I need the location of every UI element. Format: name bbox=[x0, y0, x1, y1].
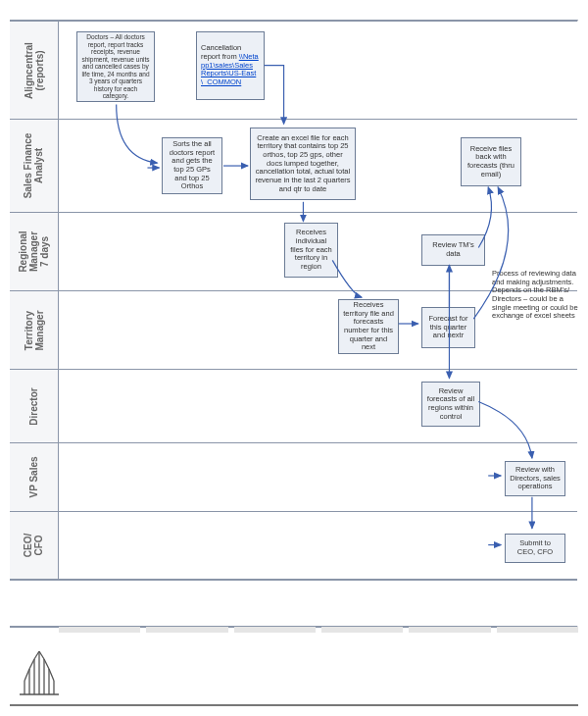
box-review-tm: Review TM's data bbox=[421, 234, 485, 266]
box-receives-region: Receives individual files for each terri… bbox=[284, 223, 338, 278]
lane-label-aligncentral: Aligncentral(reports) bbox=[24, 42, 45, 99]
lane-header-territory-manager: TerritoryManager bbox=[10, 291, 59, 369]
box-sorts: Sorts the all doctors report and gets th… bbox=[162, 137, 222, 194]
footer-rule bbox=[10, 704, 578, 706]
annotation-process: Process of reviewing data and making adj… bbox=[492, 270, 580, 321]
lane-sales-finance: Sales FinanceAnalyst Sorts the all docto… bbox=[10, 120, 577, 213]
box-doctors-report: Doctors – All doctors report, report tra… bbox=[76, 31, 155, 102]
footer-shade bbox=[59, 627, 578, 633]
box-forecast: Forecast for this quarter and nextr bbox=[421, 307, 475, 348]
lane-header-aligncentral: Aligncentral(reports) bbox=[10, 22, 59, 119]
lane-header-director: Director bbox=[10, 370, 59, 442]
lane-director: Director Review forecasts of all regions… bbox=[10, 370, 577, 443]
lane-aligncentral: Aligncentral(reports) Doctors – All doct… bbox=[10, 22, 577, 120]
box-submit: Submit to CEO, CFO bbox=[505, 534, 565, 563]
box-receive-files: Receive files back with forecasts (thru … bbox=[461, 137, 521, 186]
lane-label-sales-finance: Sales FinanceAnalyst bbox=[24, 133, 45, 199]
lane-header-vp-sales: VP Sales bbox=[10, 443, 59, 511]
box-create-excel: Create an excel file for each territory … bbox=[250, 128, 356, 200]
box-cancellation-report: Cancellation report from \\Netapp1\sales… bbox=[196, 31, 265, 100]
lane-label-ceo-cfo: CEO/CFO bbox=[23, 534, 44, 557]
lane-vp-sales: VP Sales Review with Directors, sales op… bbox=[10, 443, 577, 512]
lane-header-ceo-cfo: CEO/CFO bbox=[10, 512, 59, 579]
lane-label-territory-manager: TerritoryManager bbox=[24, 310, 45, 350]
building-logo-icon bbox=[15, 647, 64, 698]
lane-label-vp-sales: VP Sales bbox=[28, 456, 39, 497]
box-review-regions: Review forecasts of all regions within c… bbox=[421, 382, 480, 427]
lane-label-regional-manager: RegionalManager7 days bbox=[18, 230, 50, 272]
lane-ceo-cfo: CEO/CFO Submit to CEO, CFO bbox=[10, 512, 577, 581]
box-review-directors: Review with Directors, sales operations bbox=[505, 461, 565, 496]
swimlane-diagram: Aligncentral(reports) Doctors – All doct… bbox=[10, 20, 578, 628]
lane-header-sales-finance: Sales FinanceAnalyst bbox=[10, 120, 59, 212]
box-receives-territory: Receives territory file and forecasts nu… bbox=[338, 299, 399, 354]
lane-territory-manager: TerritoryManager Receives territory file… bbox=[10, 291, 577, 370]
lane-label-director: Director bbox=[28, 387, 39, 425]
lane-header-regional-manager: RegionalManager7 days bbox=[10, 213, 59, 290]
